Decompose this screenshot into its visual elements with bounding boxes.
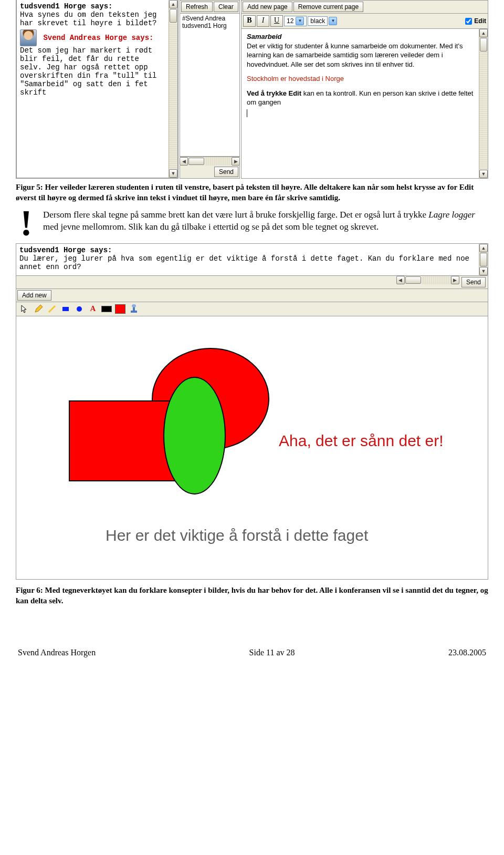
font-size-select[interactable]: 12 ▼ bbox=[284, 16, 307, 26]
editor-panel: Add new page Remove current page B I U 1… bbox=[241, 0, 488, 179]
figure5-ui: tudsvend1 Horge says: Hva synes du om de… bbox=[16, 0, 488, 179]
send-button[interactable]: Send bbox=[214, 167, 238, 177]
chat-scrollbar[interactable]: ▲ ▼ bbox=[169, 0, 177, 178]
tip-text: Dersom flere skal tegne på samme brett k… bbox=[43, 209, 488, 238]
send-button[interactable]: Send bbox=[461, 277, 486, 287]
scroll-right-icon[interactable]: ▶ bbox=[451, 276, 459, 284]
svg-rect-1 bbox=[62, 307, 69, 311]
font-size-value: 12 bbox=[287, 17, 293, 25]
edit-checkbox[interactable] bbox=[465, 18, 472, 25]
scroll-up-icon[interactable]: ▲ bbox=[479, 244, 488, 252]
editor-textarea[interactable]: Samarbeid Det er viktig for studenter å … bbox=[242, 29, 479, 178]
chat-user-says: tudsvend1 Horge says: bbox=[19, 246, 476, 254]
text-tool-icon[interactable]: A bbox=[88, 304, 98, 314]
user-list-row[interactable]: #Svend Andrea bbox=[182, 15, 237, 22]
chat-send-row: ◀ ▶ Send bbox=[16, 276, 488, 289]
avatar-icon bbox=[20, 29, 37, 46]
color-select[interactable]: black bbox=[308, 16, 328, 26]
tip-block: ! Dersom flere skal tegne på samme brett… bbox=[16, 209, 488, 238]
scroll-left-icon[interactable]: ◀ bbox=[396, 276, 405, 284]
figure5-caption: Figur 5: Her veileder læreren studenten … bbox=[16, 182, 488, 203]
circle-tool-icon[interactable] bbox=[74, 304, 85, 314]
svg-rect-3 bbox=[131, 311, 137, 313]
text-caret bbox=[247, 109, 247, 117]
editor-scrollbar[interactable]: ▲ ▼ bbox=[479, 29, 488, 178]
page-footer: Svend Andreas Horgen Side 11 av 28 23.08… bbox=[16, 648, 488, 657]
refresh-button[interactable]: Refresh bbox=[181, 2, 213, 12]
editor-paragraph: Det er viktig for studenter å kunne sama… bbox=[247, 42, 474, 69]
chat-user-msg: Du lærer, jeg lurer på hva som egentlig … bbox=[19, 254, 476, 271]
scroll-right-icon[interactable]: ▶ bbox=[232, 157, 240, 166]
clear-button[interactable]: Clear bbox=[214, 2, 238, 12]
underline-button[interactable]: U bbox=[270, 15, 283, 27]
chevron-down-icon[interactable]: ▼ bbox=[296, 17, 304, 25]
scroll-thumb[interactable] bbox=[188, 158, 204, 165]
stamp-tool-icon[interactable] bbox=[129, 304, 139, 314]
figure6-chat-panel: tudsvend1 Horge says: Du lærer, jeg lure… bbox=[16, 243, 488, 276]
drawn-ellipse[interactable] bbox=[163, 377, 226, 495]
chat-transcript: tudsvend1 Horge says: Hva synes du om de… bbox=[17, 0, 169, 178]
scroll-down-icon[interactable]: ▼ bbox=[479, 170, 488, 178]
rect-tool-icon[interactable] bbox=[60, 304, 71, 314]
whiteboard-panel: A Aha, det er sånn det er! Her er det vi… bbox=[16, 302, 488, 580]
stroke-color-swatch[interactable] bbox=[101, 304, 112, 314]
italic-button[interactable]: I bbox=[257, 15, 269, 27]
chat-user2-msg: Det som jeg har markert i rødt blir feil… bbox=[20, 46, 165, 97]
exclamation-icon: ! bbox=[16, 209, 37, 238]
footer-author: Svend Andreas Horgen bbox=[18, 648, 96, 657]
scroll-up-icon[interactable]: ▲ bbox=[169, 0, 177, 8]
chat-user2-says: Svend Andreas Horge says: bbox=[43, 34, 153, 42]
figure6-caption: Figur 6: Med tegneverktøyet kan du forkl… bbox=[16, 585, 488, 606]
add-page-button[interactable]: Add new page bbox=[243, 2, 292, 12]
whiteboard-canvas[interactable]: Aha, det er sånn det er! Her er det vikt… bbox=[16, 316, 488, 579]
editor-paragraph: Ved å trykke Edit kan en ta kontroll. Ku… bbox=[247, 89, 474, 107]
chat-user1-msg: Hva synes du om den teksten jeg har skre… bbox=[20, 11, 165, 27]
add-new-button[interactable]: Add new bbox=[17, 290, 51, 301]
scroll-thumb[interactable] bbox=[170, 9, 177, 23]
footer-date: 23.08.2005 bbox=[448, 648, 486, 657]
scroll-left-icon[interactable]: ◀ bbox=[180, 157, 188, 166]
svg-point-2 bbox=[77, 306, 82, 312]
scroll-thumb[interactable] bbox=[480, 38, 487, 51]
remove-page-button[interactable]: Remove current page bbox=[293, 2, 363, 12]
whiteboard-text-gray[interactable]: Her er det viktige å forstå i dette fage… bbox=[106, 527, 368, 544]
scroll-thumb[interactable] bbox=[480, 253, 487, 266]
bold-button[interactable]: B bbox=[243, 15, 256, 27]
chat-panel-left: tudsvend1 Horge says: Hva synes du om de… bbox=[16, 0, 178, 179]
chevron-down-icon[interactable]: ▼ bbox=[329, 17, 337, 25]
whiteboard-text-aha[interactable]: Aha, det er sånn det er! bbox=[279, 432, 444, 450]
user-list[interactable]: #Svend Andrea tudsvend1 Horg bbox=[180, 13, 240, 157]
chat-transcript: tudsvend1 Horge says: Du lærer, jeg lure… bbox=[16, 244, 479, 275]
pointer-tool-icon[interactable] bbox=[19, 304, 30, 314]
pencil-tool-icon[interactable] bbox=[33, 304, 44, 314]
user-list-panel: Refresh Clear #Svend Andrea tudsvend1 Ho… bbox=[180, 0, 240, 179]
line-tool-icon[interactable] bbox=[47, 304, 57, 314]
chat-user1-says: tudsvend1 Horge says: bbox=[20, 2, 165, 11]
scroll-thumb[interactable] bbox=[405, 276, 421, 284]
editor-heading: Samarbeid bbox=[247, 32, 474, 42]
scroll-up-icon[interactable]: ▲ bbox=[479, 29, 488, 37]
userlist-hscroll[interactable]: ◀ ▶ bbox=[180, 157, 240, 166]
scroll-down-icon[interactable]: ▼ bbox=[169, 169, 177, 178]
fill-color-swatch[interactable] bbox=[115, 304, 125, 314]
svg-point-5 bbox=[132, 304, 136, 307]
svg-line-0 bbox=[49, 306, 55, 312]
chat-hscroll[interactable]: ◀ ▶ bbox=[396, 276, 459, 284]
chat-scrollbar[interactable]: ▲ ▼ bbox=[479, 244, 488, 275]
user-list-row[interactable]: tudsvend1 Horg bbox=[182, 22, 237, 29]
whiteboard-toolbar: A bbox=[16, 302, 488, 316]
footer-page: Side 11 av 28 bbox=[249, 648, 295, 657]
editor-red-text: Stockholm er hovedstad i Norge bbox=[247, 74, 474, 84]
scroll-down-icon[interactable]: ▼ bbox=[479, 267, 488, 275]
edit-checkbox-label: Edit bbox=[474, 17, 486, 25]
